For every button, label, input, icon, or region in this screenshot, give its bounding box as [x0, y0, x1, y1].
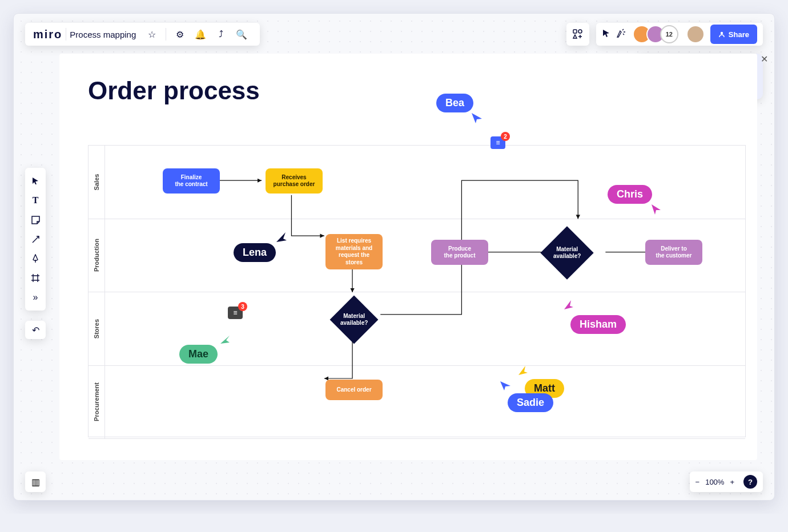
cursor-icon: [471, 112, 483, 124]
cursor-icon: [516, 365, 528, 376]
node-finalize[interactable]: Finalize the contract: [163, 168, 220, 194]
undo-button[interactable]: ↶: [25, 321, 46, 339]
zoom-out-button[interactable]: −: [695, 478, 700, 486]
cursor-icon: [219, 333, 231, 345]
share-label: Share: [729, 30, 749, 39]
apps-button[interactable]: [566, 23, 589, 46]
diagram-title: Order process: [88, 76, 260, 105]
left-toolbar: T »: [25, 168, 46, 311]
cursor-tag-mae: Mae: [179, 345, 218, 364]
close-icon[interactable]: ✕: [758, 54, 770, 65]
svg-point-2: [721, 32, 723, 34]
select-tool[interactable]: [25, 171, 46, 191]
cursor-icon: [562, 299, 573, 311]
zoom-value[interactable]: 100%: [705, 478, 724, 486]
cursor-icon: [499, 379, 510, 390]
divider: [66, 28, 66, 41]
reactions-icon[interactable]: [617, 29, 627, 40]
cursor-tag-sadie: Sadie: [508, 393, 553, 412]
frame-tool[interactable]: [25, 268, 46, 288]
lane-label: Sales: [93, 174, 100, 190]
cursor-tag-bea: Bea: [436, 94, 473, 112]
zoom-in-button[interactable]: +: [730, 478, 734, 486]
cursor-icon: [275, 231, 288, 243]
node-produce[interactable]: Produce the product: [431, 240, 488, 265]
board-name[interactable]: Process mapping: [70, 30, 136, 39]
sticky-tool[interactable]: [25, 210, 46, 229]
node-cancel[interactable]: Cancel order: [325, 380, 383, 400]
undo-toolbar: ↶: [25, 321, 46, 339]
lane-procurement[interactable]: [104, 366, 745, 439]
collaborator-avatars[interactable]: 12: [633, 25, 678, 43]
board-header: miro Process mapping ☆ ⚙ 🔔 ⤴ 🔍: [25, 23, 260, 46]
zoom-controls: − 100% + ?: [690, 471, 763, 492]
connector-tool[interactable]: [25, 229, 46, 249]
cursor-tag-hisham: Hisham: [570, 315, 626, 334]
bell-icon[interactable]: 🔔: [195, 29, 206, 40]
more-tools[interactable]: »: [25, 288, 46, 307]
settings-icon[interactable]: ⚙: [174, 29, 186, 40]
search-icon[interactable]: 🔍: [236, 29, 247, 40]
comment-bubble[interactable]: ≡ 3: [228, 307, 243, 319]
help-button[interactable]: ?: [743, 475, 757, 489]
node-receives[interactable]: Receives purchase order: [266, 168, 323, 194]
board-canvas[interactable]: Order process Sales Production Stores Pr…: [59, 54, 757, 460]
divider: [166, 28, 166, 41]
svg-point-1: [578, 30, 582, 33]
panels-button[interactable]: ▥: [25, 471, 46, 492]
svg-rect-0: [573, 30, 577, 33]
comment-count: 3: [238, 302, 247, 311]
lane-label: Production: [93, 239, 100, 272]
avatar-self[interactable]: [686, 25, 705, 43]
grid-plus-icon: [573, 29, 583, 39]
cursor-tool-icon[interactable]: [602, 29, 611, 40]
lane-label: Procurement: [93, 382, 100, 421]
pen-tool[interactable]: [25, 249, 46, 268]
panel-icon: ▥: [31, 477, 40, 487]
miro-logo[interactable]: miro: [33, 28, 62, 41]
comment-count: 2: [501, 132, 510, 141]
cursor-tag-lena: Lena: [234, 243, 276, 262]
node-deliver[interactable]: Deliver to the customer: [645, 240, 702, 265]
avatar-count[interactable]: 12: [660, 25, 678, 43]
text-tool[interactable]: T: [25, 191, 46, 210]
node-list[interactable]: List requires materials and request the …: [325, 234, 383, 269]
export-icon[interactable]: ⤴: [215, 29, 227, 40]
share-button[interactable]: Share: [710, 25, 757, 44]
star-icon[interactable]: ☆: [146, 29, 158, 40]
cursor-icon: [650, 203, 662, 215]
comment-bubble[interactable]: ≡ 2: [491, 136, 505, 149]
cursor-tag-chris: Chris: [608, 185, 652, 204]
person-icon: [718, 31, 725, 38]
lane-label: Stores: [93, 319, 100, 338]
